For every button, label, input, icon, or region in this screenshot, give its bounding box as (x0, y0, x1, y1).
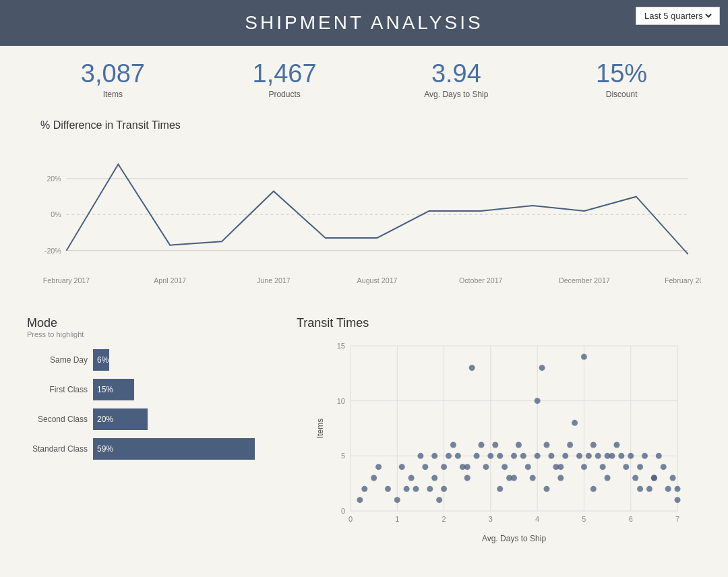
bar-row[interactable]: Standard Class 59% (27, 438, 256, 460)
svg-point-57 (469, 365, 475, 371)
svg-point-83 (581, 354, 587, 360)
svg-point-82 (581, 464, 587, 470)
svg-point-69 (525, 464, 531, 470)
bar-label: Same Day (27, 355, 88, 365)
svg-point-56 (464, 475, 471, 481)
bar-pct: 59% (93, 444, 113, 454)
svg-text:0: 0 (341, 507, 345, 515)
svg-point-47 (422, 464, 428, 470)
kpi-item: 15% Discount (596, 59, 647, 99)
bar-label: Standard Class (27, 444, 88, 454)
bar-label: Second Class (27, 415, 88, 424)
svg-point-53 (450, 442, 456, 448)
svg-point-75 (548, 453, 554, 459)
kpi-row: 3,087 Items 1,467 Products 3.94 Avg. Day… (0, 46, 728, 106)
bar-fill: 6% (93, 349, 109, 371)
bar-container: 6% (93, 349, 109, 371)
kpi-value: 3,087 (81, 59, 145, 88)
kpi-value: 15% (596, 59, 647, 88)
svg-point-96 (642, 453, 648, 459)
svg-text:December 2017: December 2017 (559, 276, 610, 284)
svg-point-39 (357, 497, 363, 503)
svg-point-78 (562, 453, 568, 459)
svg-point-94 (632, 475, 638, 481)
svg-text:October 2017: October 2017 (459, 276, 503, 284)
svg-point-95 (637, 464, 643, 470)
bar-container: 59% (93, 438, 255, 460)
bar-label: First Class (27, 385, 88, 394)
svg-point-77 (557, 475, 564, 481)
svg-point-116 (557, 464, 564, 470)
svg-text:June 2017: June 2017 (257, 276, 291, 284)
svg-point-92 (623, 464, 629, 470)
svg-point-87 (600, 464, 606, 470)
bar-row[interactable]: First Class 15% (27, 379, 256, 400)
svg-text:6: 6 (629, 515, 633, 523)
svg-point-48 (427, 486, 433, 492)
kpi-item: 3,087 Items (81, 59, 145, 99)
svg-point-114 (464, 464, 471, 470)
svg-text:August 2017: August 2017 (357, 276, 398, 284)
bottom-row: Mode Press to highlight Same Day 6% Firs… (13, 309, 715, 554)
kpi-item: 3.94 Avg. Days to Ship (424, 59, 488, 99)
svg-point-99 (656, 453, 662, 459)
svg-point-109 (544, 486, 550, 492)
svg-text:3: 3 (489, 515, 493, 523)
bar-row[interactable]: Same Day 6% (27, 349, 256, 371)
svg-point-46 (417, 453, 423, 459)
bar-pct: 6% (93, 355, 109, 365)
kpi-value: 3.94 (424, 59, 488, 88)
svg-point-64 (502, 464, 508, 470)
svg-point-104 (675, 486, 681, 492)
kpi-label: Discount (596, 90, 647, 99)
svg-point-40 (371, 475, 377, 481)
svg-point-71 (535, 453, 541, 459)
svg-text:7: 7 (675, 515, 679, 523)
svg-point-105 (361, 486, 367, 492)
svg-point-90 (613, 442, 619, 448)
kpi-item: 1,467 Products (253, 59, 317, 99)
scatter-svg: 05101501234567Avg. Days to ShipItems (297, 336, 708, 545)
quarter-select[interactable]: Last 5 quartersLast 4 quartersLast 3 qua… (642, 10, 714, 22)
line-chart-title: % Difference in Transit Times (40, 119, 701, 131)
svg-point-73 (539, 365, 545, 371)
bar-row[interactable]: Second Class 20% (27, 408, 256, 430)
svg-point-84 (586, 453, 592, 459)
svg-text:2: 2 (442, 515, 446, 523)
svg-point-100 (661, 464, 667, 470)
quarter-dropdown[interactable]: Last 5 quartersLast 4 quartersLast 3 qua… (636, 7, 720, 25)
bar-container: 15% (93, 379, 134, 400)
svg-point-102 (670, 475, 676, 481)
svg-point-97 (646, 486, 653, 492)
svg-text:April 2017: April 2017 (154, 276, 186, 284)
svg-point-85 (590, 442, 597, 448)
scatter-panel: Transit Times 05101501234567Avg. Days to… (283, 309, 715, 554)
svg-point-117 (605, 453, 611, 459)
bar-fill: 59% (93, 438, 255, 460)
svg-point-45 (408, 475, 415, 481)
kpi-label: Items (81, 90, 145, 99)
svg-text:February 2018: February 2018 (665, 276, 701, 284)
bars-container: Same Day 6% First Class 15% Second Class… (27, 349, 256, 460)
svg-point-110 (590, 486, 597, 492)
svg-point-74 (544, 442, 550, 448)
svg-point-52 (446, 453, 452, 459)
svg-point-118 (651, 475, 657, 481)
svg-point-81 (576, 453, 582, 459)
svg-text:February 2017: February 2017 (43, 276, 90, 284)
svg-point-41 (385, 486, 391, 492)
svg-point-62 (492, 442, 498, 448)
svg-text:4: 4 (535, 515, 539, 523)
svg-point-106 (413, 486, 419, 492)
svg-text:Avg. Days to Ship: Avg. Days to Ship (482, 534, 546, 543)
mode-subtitle: Press to highlight (27, 330, 256, 338)
bar-container: 20% (93, 408, 148, 430)
svg-point-88 (605, 475, 611, 481)
svg-point-91 (618, 453, 624, 459)
scatter-title: Transit Times (297, 316, 708, 330)
svg-point-111 (637, 486, 643, 492)
header-bar: SHIPMENT ANALYSIS (0, 0, 728, 46)
bar-fill: 15% (93, 379, 134, 400)
svg-point-49 (431, 475, 437, 481)
kpi-value: 1,467 (253, 59, 317, 88)
